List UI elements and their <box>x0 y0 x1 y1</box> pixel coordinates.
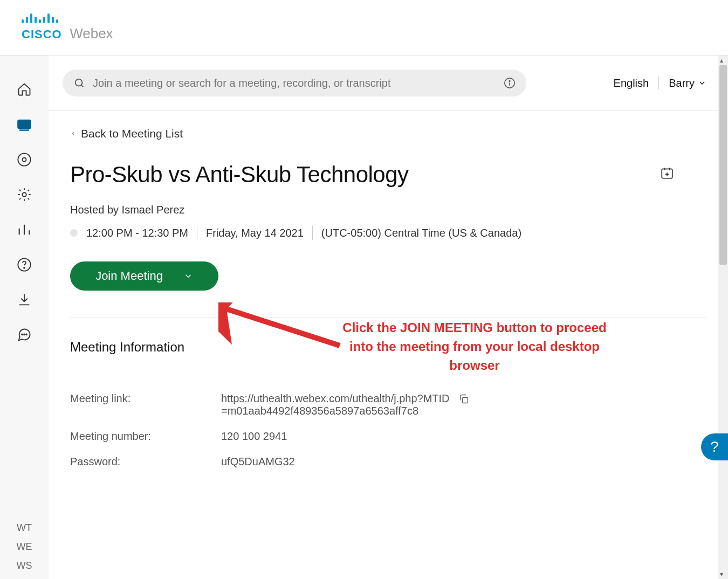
meetings-icon[interactable] <box>12 112 37 136</box>
svg-point-6 <box>24 267 25 268</box>
scroll-thumb[interactable] <box>719 65 727 265</box>
svg-point-2 <box>18 153 30 166</box>
preferences-icon[interactable] <box>12 182 37 206</box>
back-link-label: Back to Meeting List <box>81 127 183 140</box>
svg-point-9 <box>26 334 27 335</box>
shortcut-wt[interactable]: WT <box>17 522 32 534</box>
svg-point-7 <box>22 334 23 335</box>
insights-icon[interactable] <box>12 217 37 242</box>
search-bar[interactable] <box>63 70 526 96</box>
svg-rect-15 <box>463 398 468 403</box>
svg-rect-1 <box>19 129 30 130</box>
meeting-number-label: Meeting number: <box>70 430 221 443</box>
user-menu[interactable]: Barry <box>669 77 706 89</box>
home-icon[interactable] <box>12 77 37 101</box>
chevron-down-icon <box>183 271 193 281</box>
status-dot-icon <box>70 229 78 237</box>
meeting-link-value: https://uthealth.webex.com/uthealth/j.ph… <box>221 392 453 417</box>
meeting-time-row: 12:00 PM - 12:30 PM Friday, May 14 2021 … <box>70 226 706 240</box>
chevron-left-icon <box>70 130 77 137</box>
join-meeting-button[interactable]: Join Meeting <box>70 261 218 291</box>
webex-word: Webex <box>70 25 113 42</box>
meeting-number-value: 120 100 2941 <box>221 430 287 443</box>
cisco-logo: CISCO Webex <box>22 13 113 42</box>
help-fab-button[interactable]: ? <box>701 433 728 460</box>
topbar-divider <box>658 77 659 89</box>
svg-point-10 <box>75 79 83 86</box>
language-selector[interactable]: English <box>614 77 649 89</box>
shortcut-ws[interactable]: WS <box>17 560 32 571</box>
cisco-word: CISCO <box>22 27 62 41</box>
meeting-title: Pro-Skub vs Anti-Skub Technology <box>70 162 409 188</box>
add-to-calendar-button[interactable] <box>660 166 674 180</box>
svg-point-8 <box>24 334 25 335</box>
info-icon[interactable] <box>504 77 516 89</box>
meeting-info-title: Meeting Information <box>70 340 706 355</box>
meeting-date: Friday, May 14 2021 <box>206 227 304 239</box>
recordings-icon[interactable] <box>12 147 37 171</box>
back-to-list-link[interactable]: Back to Meeting List <box>70 127 706 140</box>
svg-rect-0 <box>17 119 31 129</box>
support-icon[interactable] <box>12 252 37 277</box>
hosted-by: Hosted by Ismael Perez <box>70 204 706 216</box>
search-icon <box>73 77 85 89</box>
scroll-down-icon[interactable]: ▾ <box>720 570 723 578</box>
search-input[interactable] <box>93 77 496 89</box>
join-meeting-label: Join Meeting <box>95 269 163 283</box>
chevron-down-icon <box>698 79 706 87</box>
brand-header: CISCO Webex <box>0 0 728 56</box>
downloads-icon[interactable] <box>12 287 37 312</box>
feedback-icon[interactable] <box>12 322 37 347</box>
topbar: English Barry <box>49 56 728 111</box>
svg-point-3 <box>23 157 26 161</box>
cisco-bars-icon <box>22 13 113 23</box>
meeting-password-value: ufQ5DuAMG32 <box>221 456 295 468</box>
meeting-link-label: Meeting link: <box>70 392 221 417</box>
svg-point-12 <box>509 81 510 82</box>
meeting-password-label: Password: <box>70 456 221 468</box>
svg-point-4 <box>22 192 26 196</box>
sidebar: WT WE WS <box>0 56 49 579</box>
user-name: Barry <box>669 77 695 89</box>
scroll-up-icon[interactable]: ▴ <box>720 57 723 64</box>
scrollbar[interactable]: ▴ ▾ <box>718 56 728 579</box>
main-panel: English Barry Back to Meeting List Pro-S… <box>49 56 728 579</box>
meeting-timezone: (UTC-05:00) Central Time (US & Canada) <box>321 227 521 239</box>
meeting-time: 12:00 PM - 12:30 PM <box>86 227 188 239</box>
meeting-info-grid: Meeting link: https://uthealth.webex.com… <box>70 392 706 468</box>
copy-link-button[interactable] <box>458 394 469 407</box>
section-divider <box>70 318 706 318</box>
content-area: Back to Meeting List Pro-Skub vs Anti-Sk… <box>49 111 728 579</box>
shortcut-we[interactable]: WE <box>17 541 32 553</box>
